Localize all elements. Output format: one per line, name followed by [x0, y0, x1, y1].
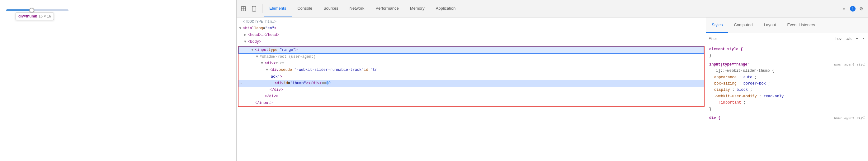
css-property-appearance: appearance : auto ; — [709, 74, 865, 80]
close-div2-tag: </div> — [265, 93, 278, 100]
track-pseudo-attr: pseudo — [279, 67, 292, 73]
tab-memory[interactable]: Memory — [404, 0, 430, 17]
dom-line-thumb[interactable]: … <div id="thumb" ></div> == $0 — [239, 80, 704, 87]
slider-thumb-selector[interactable]: input[type="range" i]::-webkit-slider-th… — [709, 61, 774, 74]
dom-tree[interactable]: <!DOCTYPE html> ▼ <html lang="en" > ▶ <h… — [237, 18, 706, 161]
element-style-selector: element.style { — [709, 46, 865, 52]
shadow-root-text: #shadow-root (user-agent) — [260, 54, 316, 60]
dom-line-close-div2: </div> — [239, 93, 704, 100]
styles-filter-input[interactable] — [709, 36, 831, 41]
tab-console[interactable]: Console — [292, 0, 318, 17]
track-pseudo-value: "-webkit-slider-runnable-track" — [294, 67, 364, 73]
css-important-label: !important ; — [709, 100, 865, 106]
tab-computed[interactable]: Computed — [728, 18, 758, 33]
device-toggle-button[interactable] — [250, 4, 258, 13]
filter-plus-label[interactable]: + — [855, 36, 859, 42]
tab-sources[interactable]: Sources — [318, 0, 344, 17]
page-preview: div#thumb 16 × 16 — [0, 0, 237, 161]
toolbar-right: » 1 ⚙ — [840, 4, 866, 13]
dom-line-track-outer[interactable]: ▼ <div pseudo="-webkit-slider-runnable-t… — [239, 67, 704, 73]
css-rule-div: div { user agent styl — [709, 115, 865, 121]
settings-button[interactable]: ⚙ — [857, 4, 866, 13]
svg-point-5 — [254, 10, 254, 11]
track-id-value: "tr — [371, 67, 377, 73]
dom-line-body[interactable]: ▼ <body> — [237, 39, 706, 45]
tab-performance[interactable]: Performance — [370, 0, 404, 17]
devtools-toolbar: Elements Console Sources Network Perform… — [237, 0, 868, 18]
close-div1-tag: </div> — [270, 87, 283, 93]
devtools-tabs: Elements Console Sources Network Perform… — [264, 0, 461, 17]
close-input-expander — [251, 100, 255, 106]
close-div2-expander — [261, 93, 265, 100]
dom-line-div-flex[interactable]: ▼ <div> flex — [239, 60, 704, 67]
device-icon — [251, 6, 257, 11]
inspect-button[interactable] — [239, 4, 248, 13]
thumb-dollar-zero: $0 — [326, 80, 331, 86]
div-flex-expander[interactable]: ▼ — [261, 60, 265, 66]
dom-line-close-input: </input> — [239, 100, 704, 106]
thumb-id-value: "thumb" — [290, 80, 306, 86]
dom-line-track-cont: ack" > — [239, 74, 704, 80]
devtools-body: <!DOCTYPE html> ▼ <html lang="en" > ▶ <h… — [237, 18, 868, 161]
selector-pseudo: i]::-webkit-slider-thumb { — [709, 69, 774, 73]
notification-badge[interactable]: 1 — [850, 6, 856, 11]
shadow-expander[interactable]: ▼ — [256, 54, 260, 60]
input-tag: <input — [255, 47, 268, 53]
thumb-id-attr: id — [284, 80, 288, 86]
input-type-attr: type — [268, 47, 277, 53]
body-tag: <body> — [248, 39, 261, 45]
head-tag: <head>…</head> — [248, 32, 279, 38]
track-ack-value: ack" — [271, 74, 280, 80]
thumb-open-tag: <div — [275, 80, 284, 86]
filter-dot-label[interactable]: ꞏ — [861, 36, 866, 42]
dom-line-head[interactable]: ▶ <head>…</head> — [237, 32, 706, 38]
element-style-close: } — [709, 52, 865, 59]
doctype-text: <!DOCTYPE html> — [243, 19, 276, 25]
tab-layout[interactable]: Layout — [758, 18, 781, 33]
close-div1-expander — [266, 87, 270, 93]
tab-styles[interactable]: Styles — [706, 18, 728, 33]
css-property-webkit-user-modify: -webkit-user-modify : read-only — [709, 93, 865, 100]
styles-filter-bar: :hov .cls + ꞏ — [706, 33, 868, 44]
range-slider-area: div#thumb 16 × 16 — [6, 9, 68, 11]
selector-input-range: input[type="range" — [709, 62, 750, 67]
more-tabs-button[interactable]: » — [840, 4, 849, 13]
filter-hov-label[interactable]: :hov — [833, 36, 843, 42]
body-expander[interactable]: ▼ — [244, 39, 248, 45]
thumb-expander[interactable] — [271, 80, 275, 86]
div-selector[interactable]: div { — [709, 115, 720, 121]
tab-network[interactable]: Network — [344, 0, 370, 17]
close-input-tag: </input> — [255, 100, 273, 106]
div-source: user agent styl — [834, 115, 865, 121]
dom-line-shadow[interactable]: ▼ #shadow-root (user-agent) — [239, 54, 704, 60]
css-property-box-sizing: box-sizing : border-box ; — [709, 80, 865, 87]
head-expander[interactable]: ▶ — [244, 32, 248, 38]
tooltip-element-name: div#thumb — [19, 14, 37, 19]
element-tooltip: div#thumb 16 × 16 — [16, 12, 54, 20]
tab-elements[interactable]: Elements — [264, 0, 292, 17]
dom-line-close-div1: </div> — [239, 87, 704, 93]
devtools-container: div#thumb 16 × 16 — [0, 0, 868, 161]
dom-outline-box: ▼ <input type="range" > ▼ #shadow-root (… — [238, 46, 705, 107]
tab-event-listeners[interactable]: Event Listeners — [781, 18, 821, 33]
tab-application[interactable]: Application — [430, 0, 461, 17]
dom-line-doctype: <!DOCTYPE html> — [237, 19, 706, 25]
dom-line-input[interactable]: ▼ <input type="range" > — [239, 47, 704, 54]
styles-panel: Styles Computed Layout Event Listeners :… — [706, 18, 868, 161]
filter-cls-label[interactable]: .cls — [845, 36, 853, 42]
input-type-value: "range" — [280, 47, 295, 53]
html-expander[interactable]: ▼ — [239, 26, 243, 31]
styles-tabs: Styles Computed Layout Event Listeners — [706, 18, 868, 33]
tooltip-dimensions: 16 × 16 — [39, 14, 51, 19]
element-style-text[interactable]: element.style { — [709, 47, 743, 52]
track-close-bracket: > — [280, 74, 282, 80]
toolbar-icons — [239, 4, 262, 13]
inspect-icon — [241, 6, 246, 11]
range-input-wrapper — [6, 9, 68, 11]
track-expander[interactable]: ▼ — [266, 67, 270, 73]
input-expander[interactable]: ▼ — [251, 47, 255, 53]
rule-header-slider-thumb: input[type="range" i]::-webkit-slider-th… — [709, 61, 865, 74]
dom-line-html[interactable]: ▼ <html lang="en" > — [237, 25, 706, 32]
html-close-bracket: > — [274, 26, 276, 31]
range-input[interactable] — [6, 9, 68, 11]
